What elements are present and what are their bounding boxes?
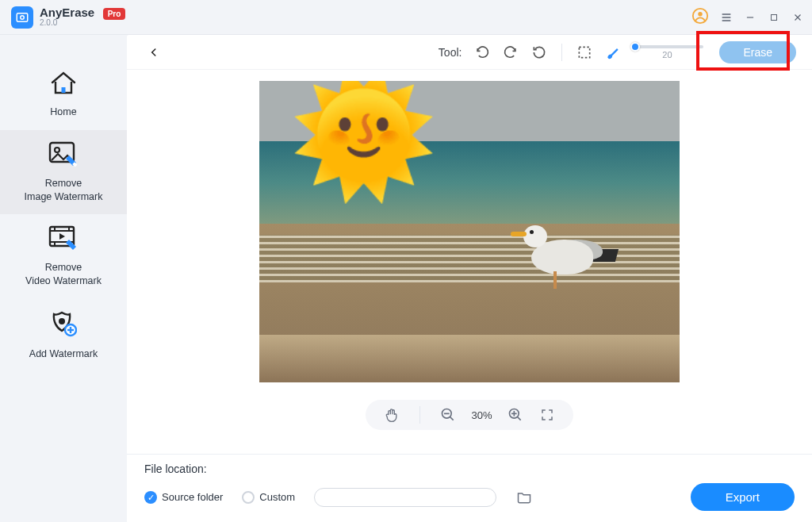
svg-rect-0 — [17, 13, 28, 21]
video-watermark-icon — [48, 225, 79, 255]
sun-emoji-overlay: 🌞 — [289, 81, 438, 194]
seagull — [517, 208, 612, 295]
app-title: AnyErase — [40, 6, 94, 19]
footer: File location: Source folder Custom Expo… — [127, 454, 812, 522]
app-logo-icon — [11, 6, 33, 29]
custom-path-input[interactable] — [314, 488, 496, 507]
zoom-in-icon[interactable] — [507, 406, 524, 424]
sidebar: Home Remove Image Watermark Remove Video… — [0, 35, 127, 522]
sidebar-item-label: Remove Video Watermark — [25, 261, 102, 288]
custom-folder-option[interactable]: Custom — [242, 491, 295, 504]
fullscreen-icon[interactable] — [538, 406, 556, 424]
undo-icon[interactable] — [471, 41, 493, 63]
back-button[interactable] — [143, 41, 165, 63]
svg-rect-13 — [580, 47, 590, 57]
toolbar-separator — [561, 44, 562, 61]
brush-size-value: 20 — [662, 50, 672, 59]
marquee-tool-icon[interactable] — [573, 41, 596, 63]
sidebar-item-label: Add Watermark — [29, 347, 98, 361]
redo-icon[interactable] — [500, 41, 522, 63]
image-watermark-icon — [48, 141, 79, 171]
zoom-value: 30% — [471, 409, 492, 421]
sidebar-item-label: Home — [50, 106, 76, 119]
brush-size-slider[interactable]: 20 — [630, 45, 703, 59]
erase-button[interactable]: Erase — [719, 41, 796, 63]
home-icon — [50, 71, 77, 99]
sidebar-item-remove-image-watermark[interactable]: Remove Image Watermark — [0, 130, 127, 215]
tool-label: Tool: — [439, 46, 462, 59]
menu-icon[interactable] — [720, 11, 733, 24]
close-icon[interactable] — [791, 11, 804, 24]
add-watermark-icon — [50, 310, 77, 341]
zoom-bar: 30% — [366, 400, 573, 430]
toolbar: Tool: 20 Erase — [127, 35, 812, 70]
zoom-separator — [419, 406, 420, 424]
account-icon[interactable] — [691, 7, 709, 28]
main-panel: Tool: 20 Erase — [127, 35, 812, 522]
export-button[interactable]: Export — [691, 483, 795, 511]
svg-point-10 — [59, 318, 65, 324]
reset-icon[interactable] — [528, 41, 550, 63]
titlebar: AnyErase Pro 2.0.0 — [0, 0, 812, 35]
source-folder-label: Source folder — [162, 491, 223, 503]
maximize-icon[interactable] — [768, 11, 780, 24]
custom-label: Custom — [259, 491, 295, 503]
sidebar-item-add-watermark[interactable]: Add Watermark — [0, 299, 127, 372]
image-preview[interactable]: 🌞 — [259, 81, 680, 382]
app-name-block: AnyErase Pro 2.0.0 — [40, 6, 125, 29]
sidebar-item-home[interactable]: Home — [0, 60, 127, 130]
source-folder-option[interactable]: Source folder — [144, 491, 223, 504]
browse-folder-icon[interactable] — [515, 489, 533, 506]
pan-hand-icon[interactable] — [383, 406, 400, 424]
svg-rect-4 — [772, 14, 777, 20]
radio-checked-icon — [144, 491, 157, 504]
svg-point-1 — [21, 15, 25, 19]
sidebar-item-remove-video-watermark[interactable]: Remove Video Watermark — [0, 214, 127, 299]
file-location-label: File location: — [144, 463, 795, 475]
sidebar-item-label: Remove Image Watermark — [25, 177, 103, 204]
svg-point-7 — [55, 148, 59, 152]
minimize-icon[interactable] — [744, 11, 756, 24]
radio-unchecked-icon — [242, 491, 255, 504]
zoom-out-icon[interactable] — [439, 406, 457, 424]
svg-point-3 — [698, 11, 703, 15]
canvas-area: 🌞 30% — [127, 70, 812, 454]
app-version: 2.0.0 — [40, 18, 125, 27]
svg-rect-5 — [62, 87, 66, 93]
brush-tool-icon[interactable] — [602, 41, 624, 63]
